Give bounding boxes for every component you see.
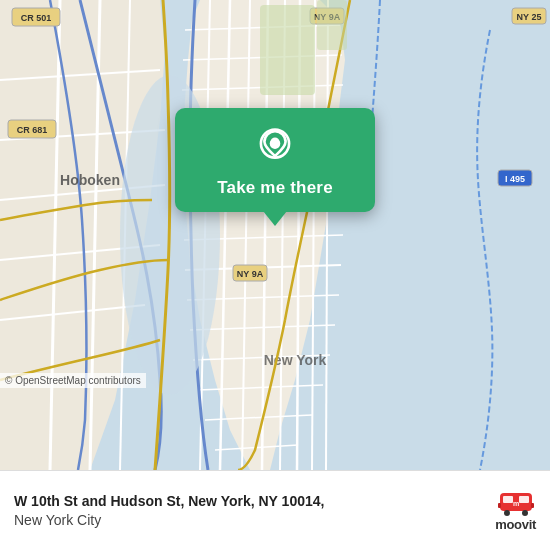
svg-text:m: m bbox=[512, 500, 518, 507]
map-background: CR 501 CR 681 NY 9A NY 25 NY 9A I 495 Ho… bbox=[0, 0, 550, 470]
svg-point-55 bbox=[271, 137, 280, 146]
svg-text:NY 9A: NY 9A bbox=[237, 269, 264, 279]
map-view: CR 501 CR 681 NY 9A NY 25 NY 9A I 495 Ho… bbox=[0, 0, 550, 470]
address-block: W 10th St and Hudson St, New York, NY 10… bbox=[14, 492, 483, 528]
map-popup: Take me there bbox=[175, 108, 375, 212]
location-pin-icon bbox=[253, 126, 297, 170]
svg-point-60 bbox=[522, 510, 528, 516]
svg-text:NY 25: NY 25 bbox=[517, 12, 542, 22]
address-line2: New York City bbox=[14, 511, 483, 529]
svg-text:CR 681: CR 681 bbox=[17, 125, 48, 135]
svg-rect-61 bbox=[498, 503, 501, 508]
svg-point-59 bbox=[504, 510, 510, 516]
bottom-info-bar: W 10th St and Hudson St, New York, NY 10… bbox=[0, 470, 550, 550]
moovit-bus-icon: m bbox=[498, 489, 534, 517]
svg-text:CR 501: CR 501 bbox=[21, 13, 52, 23]
svg-rect-58 bbox=[519, 496, 529, 503]
osm-attribution: © OpenStreetMap contributors bbox=[0, 373, 146, 388]
svg-rect-62 bbox=[531, 503, 534, 508]
moovit-label: moovit bbox=[495, 517, 536, 532]
svg-text:I 495: I 495 bbox=[505, 174, 525, 184]
moovit-logo[interactable]: m moovit bbox=[495, 489, 536, 532]
take-me-there-button[interactable]: Take me there bbox=[217, 178, 333, 198]
svg-rect-52 bbox=[317, 0, 347, 50]
svg-text:Hoboken: Hoboken bbox=[60, 172, 120, 188]
svg-rect-51 bbox=[260, 5, 315, 95]
svg-rect-57 bbox=[503, 496, 513, 503]
svg-text:New York: New York bbox=[264, 352, 327, 368]
address-line1: W 10th St and Hudson St, New York, NY 10… bbox=[14, 492, 483, 510]
